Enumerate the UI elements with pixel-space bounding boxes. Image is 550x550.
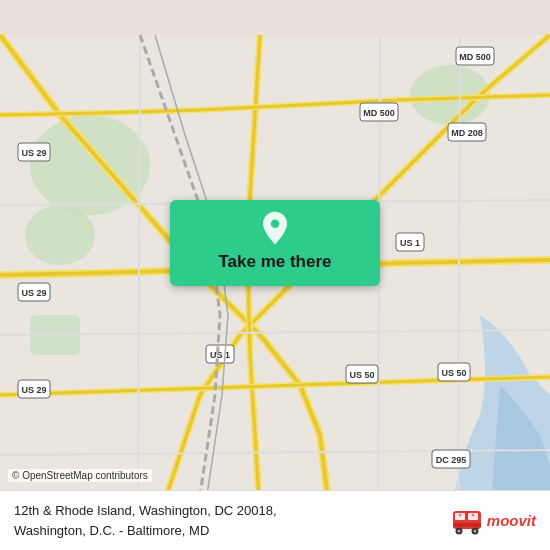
svg-point-38	[458, 513, 461, 516]
svg-text:MD 500: MD 500	[459, 52, 491, 62]
svg-text:US 29: US 29	[21, 288, 46, 298]
svg-text:US 29: US 29	[21, 385, 46, 395]
svg-text:MD 500: MD 500	[363, 108, 395, 118]
osm-attribution: © OpenStreetMap contributors	[8, 469, 152, 482]
bottom-bar: 12th & Rhode Island, Washington, DC 2001…	[0, 490, 550, 550]
svg-point-2	[25, 205, 95, 265]
svg-text:US 1: US 1	[210, 350, 230, 360]
moovit-logo: moovit	[451, 507, 536, 535]
address-text: 12th & Rhode Island, Washington, DC 2001…	[14, 501, 451, 540]
location-pin-icon	[257, 210, 293, 246]
moovit-logo-text: moovit	[487, 512, 536, 529]
svg-text:US 50: US 50	[441, 368, 466, 378]
svg-rect-33	[453, 523, 481, 527]
svg-text:DC 295: DC 295	[436, 455, 467, 465]
moovit-bus-icon	[451, 507, 483, 535]
svg-point-35	[457, 529, 460, 532]
svg-text:MD 208: MD 208	[451, 128, 483, 138]
svg-point-29	[271, 219, 280, 228]
svg-point-37	[473, 529, 476, 532]
map-container: US 29 US 29 US 29 US 1 US 1 US 1 US 50 U…	[0, 0, 550, 550]
svg-text:US 50: US 50	[349, 370, 374, 380]
svg-text:US 1: US 1	[400, 238, 420, 248]
svg-text:US 29: US 29	[21, 148, 46, 158]
svg-point-39	[471, 513, 474, 516]
button-label: Take me there	[218, 252, 331, 272]
take-me-there-button[interactable]: Take me there	[170, 200, 380, 286]
